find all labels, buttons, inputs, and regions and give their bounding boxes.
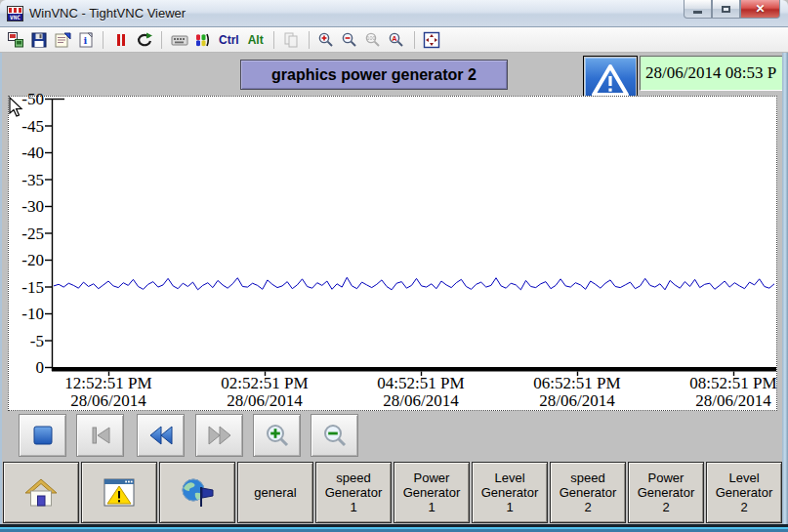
ctrl-key-button[interactable]: Ctrl (217, 33, 241, 47)
x-axis-tick-label: 08:52:51 PM 28/06/2014 (670, 375, 788, 410)
nav-general-button[interactable]: general (237, 462, 313, 523)
page-title: graphics power generator 2 (240, 60, 508, 90)
y-axis-tick-label: -45 (9, 118, 44, 135)
trend-zoom-out-button[interactable] (311, 414, 358, 457)
toolbar-separator (414, 31, 415, 49)
zoom-100-icon[interactable]: 100 (364, 30, 383, 49)
trend-chart-panel[interactable]: -50-45-40-35-30-25-20-15-10-50 12:52:51 … (8, 96, 777, 411)
x-axis-tick-label: 06:52:51 PM 28/06/2014 (514, 375, 641, 410)
y-axis-tick-label: -40 (9, 144, 44, 161)
y-axis-tick-label: -30 (9, 198, 44, 215)
x-axis-tick-label: 04:52:51 PM 28/06/2014 (357, 375, 484, 410)
y-axis-tick-label: -35 (9, 172, 44, 188)
nav-power-generator-2-button[interactable]: Power Generator 2 (628, 462, 704, 523)
window-frame-left (0, 53, 2, 524)
mouse-cursor-icon (9, 97, 24, 118)
toolbar-separator (103, 31, 104, 49)
x-axis-tick-label: 12:52:51 PM 28/06/2014 (45, 375, 172, 410)
svg-text:100: 100 (367, 35, 376, 41)
nav-level-generator-1-button[interactable]: Level Generator 1 (472, 462, 548, 523)
trend-plot (9, 97, 776, 410)
close-button[interactable]: ✕ (740, 0, 780, 19)
nav-speed-generator-2-button[interactable]: speed Generator 2 (550, 462, 626, 523)
toolbar-separator (273, 31, 274, 49)
warning-triangle-icon (591, 63, 630, 99)
rewind-icon (148, 423, 174, 448)
skip-to-start-icon (88, 423, 113, 448)
copy-icon[interactable] (282, 30, 301, 49)
svg-text:i: i (83, 35, 87, 46)
alt-key-button[interactable]: Alt (246, 33, 266, 47)
vnc-app-icon: VNC (7, 6, 23, 21)
minimize-button[interactable] (684, 0, 712, 19)
nav-speed-generator-1-button[interactable]: speed Generator 1 (315, 462, 392, 523)
toolbar-separator (161, 31, 162, 49)
maximize-button[interactable] (712, 0, 740, 19)
y-axis-tick-label: -10 (9, 306, 44, 322)
window-controls: ✕ (684, 0, 780, 19)
forward-icon (207, 423, 232, 448)
keyboard-icon[interactable] (170, 30, 188, 49)
nav-alarms-button[interactable] (81, 462, 157, 523)
trend-stop-button[interactable] (19, 414, 66, 457)
y-axis-tick-label: 0 (9, 359, 44, 376)
fullscreen-icon[interactable] (423, 30, 441, 49)
trend-forward-button[interactable] (195, 414, 243, 457)
pause-icon[interactable] (111, 30, 130, 49)
y-axis-tick-label: -5 (9, 333, 44, 349)
window-titlebar[interactable]: VNC WinVNC - TightVNC Viewer ✕ (0, 0, 788, 27)
globe-flag-icon (180, 477, 215, 509)
info-icon[interactable]: i (76, 30, 95, 49)
nav-power-generator-1-button[interactable]: Power Generator 1 (394, 462, 470, 523)
stop-icon (30, 423, 56, 448)
svg-text:A: A (393, 33, 398, 42)
window-frame-right (782, 53, 788, 524)
x-axis-tick-label: 02:52:51 PM 28/06/2014 (201, 375, 328, 410)
trend-zoom-in-button[interactable] (253, 414, 301, 457)
nav-level-generator-2-button[interactable]: Level Generator 2 (706, 462, 782, 523)
refresh-icon[interactable] (135, 30, 153, 49)
window-frame-bottom (0, 524, 788, 532)
nav-language-button[interactable] (159, 462, 235, 523)
magnifier-plus-icon (265, 423, 290, 448)
y-axis-tick-label: -25 (9, 225, 44, 242)
window-title: WinVNC - TightVNC Viewer (29, 6, 186, 20)
zoom-out-icon[interactable] (341, 30, 359, 49)
zoom-in-icon[interactable] (317, 30, 336, 49)
toolbar-separator (309, 31, 310, 49)
datetime-display: 28/06/2014 08:53 P (640, 56, 788, 91)
nav-home-button[interactable] (3, 462, 79, 523)
vnc-toolbar: i Ctrl Alt (0, 27, 788, 53)
options-icon[interactable] (53, 30, 71, 49)
save-icon[interactable] (29, 30, 48, 49)
home-icon (23, 477, 59, 509)
alarm-window-icon (102, 477, 137, 509)
new-connection-icon[interactable] (6, 30, 24, 49)
magnifier-minus-icon (322, 423, 348, 448)
minimize-icon (693, 11, 702, 14)
maximize-icon (722, 6, 730, 13)
trend-rewind-button[interactable] (137, 414, 185, 457)
ctrl-alt-del-icon[interactable] (193, 30, 212, 49)
svg-text:VNC: VNC (10, 14, 21, 20)
trend-skip-to-start-button[interactable] (76, 414, 124, 457)
zoom-auto-icon[interactable]: A (388, 30, 406, 49)
y-axis-tick-label: -15 (9, 279, 44, 296)
y-axis-tick-label: -20 (9, 252, 44, 268)
